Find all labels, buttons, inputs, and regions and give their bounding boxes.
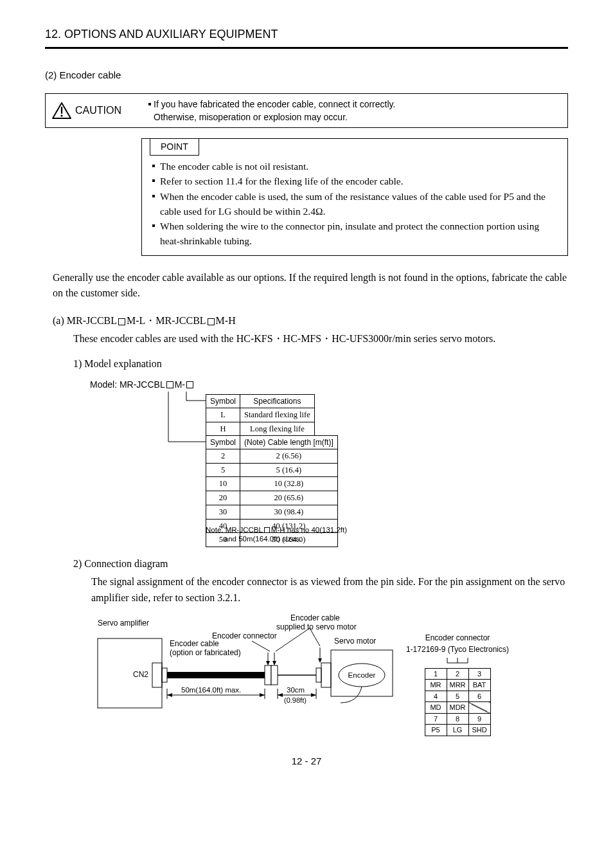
- caution-word: CAUTION: [75, 103, 121, 118]
- caution-left: CAUTION: [52, 102, 148, 119]
- table-row: H Long flexing life: [206, 422, 315, 436]
- spec-table: Symbol Specifications L Standard flexing…: [206, 394, 315, 437]
- pin-table: 1 2 3 MR MRR BAT 4 5 6 MD MDR: [425, 668, 491, 736]
- cell: 2 (6.56): [240, 449, 338, 463]
- placeholder-square-icon: [166, 381, 173, 388]
- point-item: The encoder cable is not oil resistant.: [152, 159, 560, 174]
- sub-a-post: M-H: [216, 315, 236, 326]
- spec-header-symbol: Symbol: [206, 394, 240, 408]
- label-30cm: 30cm: [287, 686, 305, 694]
- svg-marker-18: [260, 693, 265, 697]
- table-row: 1 2 3: [425, 668, 490, 680]
- sub-2-body: The signal assignment of the encoder con…: [91, 574, 568, 606]
- cell: BAT: [468, 680, 490, 691]
- table-row: 7 8 9: [425, 713, 490, 725]
- cell: 20 (65.6): [240, 491, 338, 505]
- point-item: When the encoder cable is used, the sum …: [152, 189, 560, 219]
- cell: 10 (32.8): [240, 477, 338, 491]
- svg-rect-10: [316, 668, 321, 682]
- model-area: Symbol Specifications L Standard flexing…: [90, 392, 568, 539]
- sub-2-heading: 2) Connection diagram: [73, 556, 568, 572]
- placeholder-square-icon: [208, 318, 215, 325]
- caution-line1: If you have fabricated the encoder cable…: [154, 99, 395, 109]
- cell: 7: [425, 713, 447, 725]
- cell: 5: [206, 463, 240, 477]
- svg-rect-8: [271, 665, 278, 685]
- note-pre: Note. MR-JCCBL: [206, 526, 263, 534]
- svg-marker-27: [272, 661, 276, 665]
- point-item: Refer to section 11.4 for the flexing li…: [152, 174, 560, 188]
- caution-text: If you have fabricated the encoder cable…: [148, 98, 395, 124]
- cell: L: [206, 408, 240, 422]
- label-enc-cable-line2: (option or fabricated): [170, 648, 241, 657]
- len-header-length: (Note) Cable length [m(ft)]: [240, 435, 338, 449]
- caution-line2: Otherwise, misoperation or explosion may…: [154, 112, 348, 122]
- right-conn-line1: Encoder connector: [393, 632, 522, 644]
- connection-diagram: Encoder: [91, 613, 568, 735]
- cell: 20: [206, 491, 240, 505]
- table-row: 22 (6.56): [206, 449, 338, 463]
- cell: 3: [468, 668, 490, 680]
- table-row: 4 5 6: [425, 691, 490, 702]
- page-number: 12 - 27: [45, 754, 568, 769]
- placeholder-square-icon: [118, 318, 125, 325]
- svg-rect-4: [152, 663, 162, 687]
- placeholder-square-icon: [186, 381, 193, 388]
- cell: MRR: [447, 680, 468, 691]
- cell: 30 (98.4): [240, 505, 338, 519]
- cell: 5: [447, 691, 468, 702]
- svg-marker-25: [266, 661, 270, 665]
- table-row: L Standard flexing life: [206, 408, 315, 422]
- label-enc-cable-line1: Encoder cable: [170, 639, 219, 648]
- label-cn2: CN2: [133, 670, 148, 679]
- cell: H: [206, 422, 240, 436]
- table-row: 3030 (98.4): [206, 505, 338, 519]
- svg-rect-11: [321, 663, 331, 687]
- right-conn-line2: 1-172169-9 (Tyco Electronics): [393, 644, 522, 655]
- label-50m: 50m(164.0ft) max.: [181, 686, 241, 694]
- len-header-symbol: Symbol: [206, 435, 240, 449]
- point-item: When soldering the wire to the connector…: [152, 219, 560, 249]
- right-connector-label-block: Encoder connector 1-172169-9 (Tyco Elect…: [393, 632, 522, 736]
- cell: 9: [468, 713, 490, 725]
- svg-marker-22: [278, 693, 283, 697]
- cell: Long flexing life: [240, 422, 315, 436]
- sub-a-heading: (a) MR-JCCBLM-L・MR-JCCBLM-H: [53, 313, 568, 329]
- subsection-label: (2) Encoder cable: [45, 68, 568, 83]
- cell: 4: [425, 691, 447, 702]
- cell: MR: [425, 680, 447, 691]
- label-30cm-sub: (0.98ft): [284, 696, 306, 704]
- note-post: M-H has no 40(131.2ft): [271, 526, 347, 534]
- sub-a-pre: (a) MR-JCCBL: [53, 315, 117, 326]
- table-row: P5 LG SHD: [425, 725, 490, 736]
- model-pre: Model: MR-JCCBL: [90, 378, 165, 392]
- label-supplied-line1: Encoder cable: [290, 613, 340, 622]
- cell: 30: [206, 505, 240, 519]
- table-row: 1010 (32.8): [206, 477, 338, 491]
- svg-marker-17: [167, 693, 172, 697]
- caution-box: CAUTION If you have fabricated the encod…: [45, 93, 568, 129]
- svg-rect-7: [265, 665, 271, 685]
- svg-marker-23: [311, 693, 316, 697]
- body-paragraph: Generally use the encoder cable availabl…: [53, 270, 568, 302]
- placeholder-square-icon: [264, 527, 270, 533]
- cell: MD: [425, 702, 447, 714]
- bracket-icon: [445, 656, 470, 665]
- table-row: MR MRR BAT: [425, 680, 490, 691]
- label-servo-motor: Servo motor: [334, 637, 376, 646]
- point-label: POINT: [150, 138, 199, 156]
- section-title: 12. OPTIONS AND AUXILIARY EQUIPMENT: [45, 26, 568, 43]
- spec-header-spec: Specifications: [240, 394, 315, 408]
- model-note: Note. MR-JCCBLM-H has no 40(131.2ft) and…: [206, 525, 347, 544]
- sub-a-mid: M-L・MR-JCCBL: [127, 315, 206, 326]
- table-row: 55 (16.4): [206, 463, 338, 477]
- model-mid: M-: [175, 378, 185, 392]
- table-row: 2020 (65.6): [206, 491, 338, 505]
- note-line2: and 50m(164.0ft) sizes.: [224, 535, 301, 543]
- svg-rect-5: [162, 668, 167, 682]
- cell: 2: [447, 668, 468, 680]
- section-divider: [45, 47, 568, 49]
- cell: Standard flexing life: [240, 408, 315, 422]
- cell: 8: [447, 713, 468, 725]
- cell: LG: [447, 725, 468, 736]
